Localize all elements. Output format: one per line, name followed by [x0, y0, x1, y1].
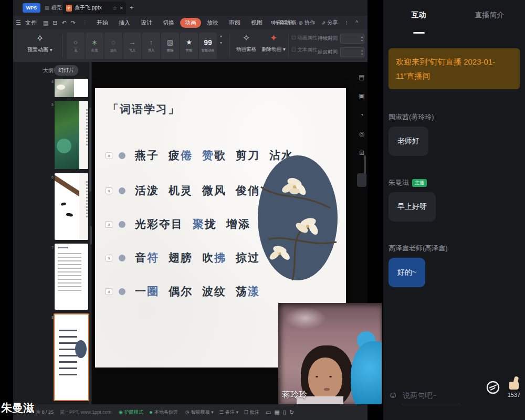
tab-document[interactable]: P 燕子飞.pptx ☆ ×	[63, 2, 126, 14]
view-icon[interactable]: ▯	[283, 409, 286, 416]
menu-tab-插入[interactable]: 插入	[114, 18, 135, 28]
animation-effect-cell[interactable]: ○无	[67, 33, 85, 59]
menu-tab-切换[interactable]: 切换	[158, 18, 179, 28]
animation-effect-icon: ◌	[111, 39, 116, 46]
menu-action-未同步[interactable]: ↻未同步	[270, 19, 292, 26]
tab-slides[interactable]: 幻灯片	[54, 65, 78, 76]
menu-tab-审阅[interactable]: 审阅	[224, 18, 245, 28]
animation-property-label: ☐ 文本属性	[291, 47, 317, 54]
slide-thumbnail-4[interactable]	[55, 79, 88, 97]
menu-bar: ☰ 文件 ▤⊟↶↷ ⋮ 开始插入设计切换动画放映审阅视图特色功能 ↻未同步⊚协作…	[13, 16, 368, 29]
animation-effect-cell[interactable]: ∗出现	[86, 33, 103, 59]
hamburger-menu-icon[interactable]: ☰	[16, 19, 21, 26]
animation-order-badge[interactable]: a	[106, 152, 112, 159]
view-icon[interactable]: ↻	[289, 409, 294, 416]
quick-access-icon[interactable]: ⊟	[52, 19, 57, 26]
animation-order-badge[interactable]: a	[106, 221, 112, 228]
gallery-down-icon[interactable]: ▾	[220, 40, 222, 45]
status-tool-批注[interactable]: ❐批注	[244, 409, 259, 416]
slide-thumbnail-8-selected[interactable]	[54, 313, 89, 401]
wps-home-button[interactable]: WPS	[23, 3, 40, 13]
timing-spinner[interactable]: ▴▾	[340, 47, 364, 57]
panel-splitter-grip[interactable]	[364, 155, 366, 174]
animation-effect-cell[interactable]: ◌淡出	[104, 33, 122, 59]
chat-bubble: 早上好呀	[388, 192, 436, 222]
animation-effect-cell[interactable]: →飞入	[123, 33, 141, 59]
emoji-icon[interactable]: ☺	[388, 390, 397, 401]
side-tool-icon[interactable]: ⊞	[359, 149, 364, 156]
delete-animation-button[interactable]: ✦ 删除动画 ▾	[260, 33, 287, 53]
backup-on-dot	[150, 411, 152, 414]
webcam-person-mouth	[324, 388, 330, 391]
side-tool-icon[interactable]: ◔	[360, 111, 363, 119]
chat-tab-互动[interactable]: 互动	[383, 10, 454, 28]
like-button[interactable]: 1537	[505, 376, 523, 398]
local-backup-status[interactable]: 本地备份开	[150, 409, 178, 416]
side-toolbar-handle[interactable]	[357, 173, 366, 187]
timing-spinner[interactable]: ▴▾	[340, 34, 364, 44]
chat-message-list: 陶淑茜(蒋玲玲)老师好朱曼滋主播早上好呀高泽鑫老师(高泽鑫)好的~	[388, 112, 520, 309]
animation-effect-icon: ▨	[167, 39, 173, 46]
side-tool-icon[interactable]: ◎	[359, 130, 364, 138]
host-badge: 主播	[412, 179, 427, 187]
tab-docer[interactable]: ▤ 稻壳	[45, 4, 62, 12]
menu-tab-动画[interactable]: 动画	[180, 18, 201, 28]
menu-tab-设计[interactable]: 设计	[136, 18, 157, 28]
thumb-title-line	[58, 247, 68, 248]
quick-access-icon[interactable]: ↷	[71, 19, 76, 26]
animation-effect-label: 飞入	[129, 48, 136, 52]
word: 燕子	[135, 148, 159, 163]
side-tool-icon[interactable]: ▣	[359, 92, 364, 100]
quick-access-icon[interactable]: ▤	[43, 19, 48, 26]
status-tool-智能模板 ▾[interactable]: ◷智能模板 ▾	[185, 409, 214, 416]
spinner-down-icon[interactable]: ▾	[361, 52, 363, 56]
animation-effect-cell[interactable]: ↑浮入	[142, 33, 160, 59]
close-tab-icon[interactable]: ×	[120, 5, 123, 11]
animation-order-badge[interactable]: a	[106, 187, 112, 194]
eye-protection-toggle[interactable]: ◉ 护眼模式	[119, 409, 143, 416]
live-chat-panel: 互动直播简介 欢迎来到“钉钉直播 2023-01-11”直播间 陶淑茜(蒋玲玲)…	[383, 0, 525, 420]
slide-thumbnail-5[interactable]	[55, 101, 88, 169]
file-menu[interactable]: 文件	[25, 19, 37, 27]
student-webcam-feed[interactable]: 蒋玲玲	[278, 303, 382, 404]
more-options-icon[interactable]: ⋮	[344, 20, 349, 26]
menu-action-分享[interactable]: ⇗分享	[321, 19, 338, 26]
animation-pane-button[interactable]: ✧ 动画窗格	[235, 33, 258, 53]
slide-thumbnail-6[interactable]	[55, 173, 88, 240]
animation-order-badge[interactable]: a	[106, 288, 112, 295]
menu-action-协作[interactable]: ⊚协作	[299, 19, 315, 26]
view-icon[interactable]: ▭	[266, 409, 271, 416]
new-tab-button[interactable]: +	[130, 4, 134, 12]
view-icon[interactable]: ▦	[274, 409, 279, 416]
animation-ribbon: ✧ 预置动画 ▾ ○无∗出现◌淡出→飞入↑浮入▨擦除★劈裂99智能动画 ▴ ▾ …	[13, 29, 368, 62]
animation-effect-cell[interactable]: ▨擦除	[161, 33, 179, 59]
status-tool-备注 ▾[interactable]: ☰备注 ▾	[219, 409, 238, 416]
animation-effect-cell[interactable]: 99智能动画	[199, 33, 217, 59]
gallery-scroll-arrows[interactable]: ▴ ▾	[220, 34, 222, 45]
quick-access-icon[interactable]: ↶	[62, 19, 67, 26]
chat-input-row: ☺	[388, 385, 520, 406]
tab-outline[interactable]: 大纲	[43, 67, 54, 75]
animation-effect-icon: 99	[204, 39, 212, 46]
slide-thumbnail-panel: 大纲 幻灯片 4 5 6 7 8 +	[13, 62, 92, 404]
slide-thumbnail-7[interactable]	[55, 244, 88, 310]
word: 吹拂	[202, 250, 226, 265]
side-tool-icon[interactable]: ▤	[359, 74, 364, 81]
chat-input[interactable]	[402, 387, 461, 404]
gallery-up-icon[interactable]: ▴	[220, 34, 222, 38]
animation-effect-cell[interactable]: ★劈裂	[180, 33, 198, 59]
panel-splitter-grip[interactable]	[90, 226, 92, 245]
menu-tab-放映[interactable]: 放映	[202, 18, 223, 28]
thumbnail-scrollbar-handle[interactable]	[89, 108, 91, 192]
thumb-number: 7	[49, 246, 54, 249]
ppt-file-icon: P	[66, 5, 72, 12]
menu-tab-开始[interactable]: 开始	[92, 18, 113, 28]
animation-order-badge[interactable]: a	[106, 255, 112, 261]
spinner-down-icon[interactable]: ▾	[361, 38, 363, 43]
word: 活泼	[135, 183, 159, 198]
chat-tab-直播简介[interactable]: 直播简介	[454, 10, 525, 28]
preset-animation-button[interactable]: ✧ 预置动画 ▾	[19, 33, 60, 54]
menu-tab-视图[interactable]: 视图	[246, 18, 267, 28]
favorite-star-icon[interactable]: ☆	[112, 5, 117, 11]
collapse-ribbon-icon[interactable]: ^	[355, 20, 358, 26]
